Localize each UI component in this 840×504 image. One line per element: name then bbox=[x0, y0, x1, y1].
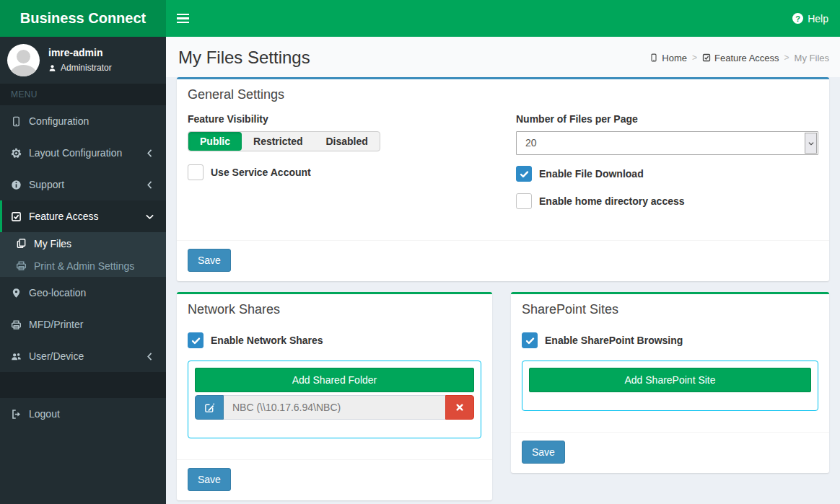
check-square-icon bbox=[11, 211, 22, 222]
user-name: imre-admin bbox=[48, 47, 112, 58]
general-save-button[interactable]: Save bbox=[188, 249, 231, 272]
sidebar: imre-admin Administrator MENU Configurat… bbox=[0, 37, 166, 504]
printer-icon bbox=[11, 319, 22, 330]
files-per-page-value: 20 bbox=[517, 132, 818, 154]
tablet-icon bbox=[649, 53, 658, 62]
network-shares-save-button[interactable]: Save bbox=[188, 468, 231, 491]
sidebar-item-logout[interactable]: Logout bbox=[0, 398, 166, 430]
sidebar-item-mfd-printer[interactable]: MFD/Printer bbox=[0, 309, 166, 340]
feature-visibility-group: Public Restricted Disabled bbox=[188, 131, 380, 151]
chevron-down-icon bbox=[808, 140, 815, 147]
sidebar-item-support[interactable]: Support bbox=[0, 169, 166, 200]
breadcrumb-feature-access[interactable]: Feature Access bbox=[702, 53, 779, 63]
sidebar-item-print-admin-settings[interactable]: Print & Admin Settings bbox=[0, 255, 166, 277]
printer-icon bbox=[16, 260, 27, 271]
content-header: My Files Settings Home > Feature Access … bbox=[166, 37, 840, 77]
info-circle-icon bbox=[11, 180, 22, 190]
sidebar-item-user-device[interactable]: User/Device bbox=[0, 340, 166, 372]
sidebar-toggle-button[interactable] bbox=[166, 0, 199, 37]
menu-header: MENU bbox=[0, 84, 166, 105]
network-shares-panel: Network Shares Enable Network Shares Add… bbox=[177, 292, 492, 500]
sharepoint-sites-panel: SharePoint Sites Enable SharePoint Brows… bbox=[511, 292, 829, 473]
person-icon bbox=[48, 64, 56, 72]
sidebar-item-label: Configuration bbox=[29, 115, 89, 127]
sidebar-item-label: MFD/Printer bbox=[29, 319, 83, 330]
select-arrow bbox=[805, 133, 817, 154]
user-panel: imre-admin Administrator bbox=[0, 37, 166, 84]
top-header: Business Connect ? Help bbox=[0, 0, 840, 37]
general-settings-title: General Settings bbox=[177, 79, 829, 108]
sidebar-item-label: Support bbox=[29, 179, 64, 190]
shared-folder-name: NBC (\\10.17.6.94\NBC) bbox=[224, 395, 445, 420]
use-service-account-label: Use Service Account bbox=[211, 167, 311, 178]
navbar: ? Help bbox=[166, 0, 840, 37]
files-icon bbox=[16, 238, 27, 249]
shared-folder-row: NBC (\\10.17.6.94\NBC) bbox=[195, 395, 474, 420]
user-role: Administrator bbox=[48, 63, 112, 73]
visibility-disabled-button[interactable]: Disabled bbox=[314, 132, 379, 151]
enable-sharepoint-browsing-checkbox[interactable] bbox=[522, 332, 538, 348]
sidebar-item-geo-location[interactable]: Geo-location bbox=[0, 277, 166, 309]
chevron-left-icon bbox=[144, 180, 155, 190]
files-per-page-label: Number of Files per Page bbox=[516, 113, 818, 125]
check-icon bbox=[520, 169, 529, 179]
edit-share-button[interactable] bbox=[195, 395, 224, 420]
chevron-left-icon bbox=[144, 351, 155, 362]
sidebar-item-label: My Files bbox=[34, 238, 71, 249]
breadcrumb-separator: > bbox=[784, 53, 789, 63]
enable-sharepoint-browsing-label: Enable SharePoint Browsing bbox=[545, 335, 683, 346]
enable-home-directory-checkbox[interactable] bbox=[516, 193, 532, 209]
enable-network-shares-label: Enable Network Shares bbox=[211, 335, 323, 346]
help-button[interactable]: ? Help bbox=[781, 0, 840, 37]
feature-access-submenu: My Files Print & Admin Settings bbox=[0, 232, 166, 277]
breadcrumb-label: Feature Access bbox=[714, 53, 779, 63]
sidebar-item-my-files[interactable]: My Files bbox=[0, 232, 166, 255]
sidebar-item-label: User/Device bbox=[29, 350, 84, 362]
sharepoint-sites-title: SharePoint Sites bbox=[511, 294, 829, 323]
add-shared-folder-button[interactable]: Add Shared Folder bbox=[195, 368, 474, 392]
tablet-icon bbox=[11, 116, 22, 127]
page-title: My Files Settings bbox=[178, 48, 310, 68]
sharepoint-sites-listbox: Add SharePoint Site bbox=[522, 361, 818, 411]
breadcrumb: Home > Feature Access > My Files bbox=[649, 53, 829, 63]
check-icon bbox=[525, 336, 535, 345]
use-service-account-checkbox[interactable] bbox=[188, 164, 204, 180]
breadcrumb-label: Home bbox=[662, 53, 687, 63]
breadcrumb-my-files: My Files bbox=[795, 53, 829, 63]
sidebar-item-label: Geo-location bbox=[29, 287, 86, 299]
pencil-square-icon bbox=[204, 402, 215, 413]
sidebar-item-label: Feature Access bbox=[29, 211, 99, 222]
visibility-public-button[interactable]: Public bbox=[188, 132, 242, 151]
general-settings-panel: General Settings Feature Visibility Publ… bbox=[177, 77, 829, 281]
add-sharepoint-site-button[interactable]: Add SharePoint Site bbox=[529, 368, 811, 392]
avatar bbox=[7, 44, 40, 76]
feature-visibility-label: Feature Visibility bbox=[188, 113, 503, 125]
gear-icon bbox=[11, 148, 22, 159]
files-per-page-select[interactable]: 20 bbox=[516, 131, 818, 155]
sidebar-item-configuration[interactable]: Configuration bbox=[0, 105, 166, 137]
breadcrumb-home[interactable]: Home bbox=[649, 53, 687, 63]
users-icon bbox=[11, 351, 22, 362]
visibility-restricted-button[interactable]: Restricted bbox=[242, 132, 314, 151]
app-logo[interactable]: Business Connect bbox=[0, 0, 166, 37]
sidebar-divider bbox=[0, 372, 166, 398]
chevron-down-icon bbox=[144, 211, 155, 222]
question-circle-icon: ? bbox=[792, 13, 803, 24]
help-label: Help bbox=[808, 13, 828, 25]
chevron-left-icon bbox=[144, 148, 155, 159]
check-icon bbox=[191, 336, 201, 345]
sharepoint-save-button[interactable]: Save bbox=[522, 441, 565, 464]
sidebar-item-layout-configuration[interactable]: Layout Configuration bbox=[0, 137, 166, 169]
enable-file-download-checkbox[interactable] bbox=[516, 166, 532, 182]
sidebar-item-label: Logout bbox=[29, 408, 60, 420]
user-role-label: Administrator bbox=[61, 63, 112, 73]
sidebar-item-label: Print & Admin Settings bbox=[34, 260, 134, 272]
check-square-icon bbox=[702, 53, 711, 62]
network-shares-title: Network Shares bbox=[177, 294, 492, 323]
main-content: My Files Settings Home > Feature Access … bbox=[166, 37, 840, 504]
sidebar-item-feature-access[interactable]: Feature Access bbox=[0, 200, 166, 232]
enable-network-shares-checkbox[interactable] bbox=[188, 332, 204, 348]
delete-share-button[interactable] bbox=[445, 395, 474, 420]
shared-folders-listbox: Add Shared Folder NBC (\\10.17.6.94\NBC) bbox=[188, 361, 481, 438]
map-marker-icon bbox=[11, 288, 22, 299]
